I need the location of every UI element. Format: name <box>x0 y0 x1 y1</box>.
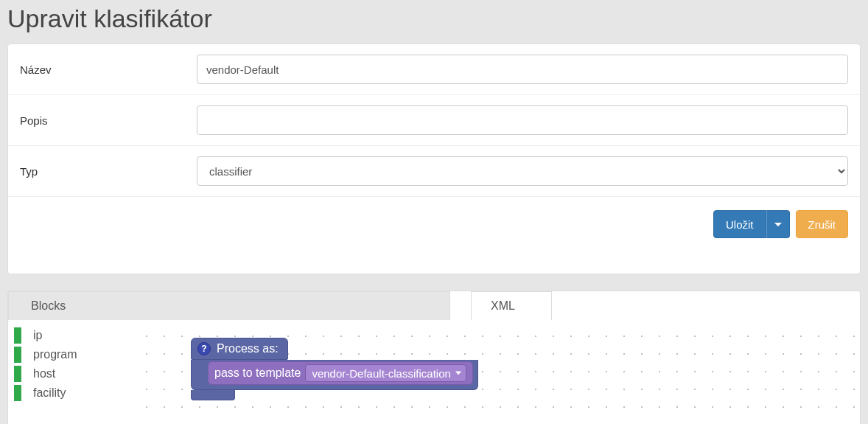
block-category-ip[interactable]: ip <box>14 326 133 345</box>
cancel-button[interactable]: Zrušit <box>796 210 849 238</box>
save-dropdown-toggle[interactable] <box>766 210 790 238</box>
type-label: Typ <box>20 165 197 178</box>
category-color-icon <box>14 347 21 363</box>
save-button[interactable]: Uložit <box>713 210 766 238</box>
tab-blocks[interactable]: Blocks <box>8 291 450 320</box>
help-icon[interactable]: ? <box>197 342 211 355</box>
form-panel: Název Popis Typ classifier Uložit <box>7 44 861 274</box>
page-title: Upravit klasifikátor <box>7 4 861 33</box>
category-color-icon <box>14 366 21 382</box>
category-color-icon <box>14 327 21 344</box>
tab-xml[interactable]: XML <box>471 291 552 320</box>
name-input[interactable] <box>197 55 848 84</box>
pass-to-template-block[interactable]: pass to template vendor-Default-classifi… <box>208 361 473 385</box>
tabbar: Blocks XML <box>8 291 860 320</box>
blocks-area: ip program host facility ? Process as: p… <box>8 323 860 424</box>
process-block-head: ? Process as: <box>191 338 288 360</box>
button-row: Uložit Zrušit <box>8 197 860 274</box>
process-block-body: pass to template vendor-Default-classifi… <box>191 360 478 390</box>
form-row-type: Typ classifier <box>8 146 860 197</box>
process-block[interactable]: ? Process as: pass to template vendor-De… <box>191 338 478 400</box>
block-category-program[interactable]: program <box>14 345 133 364</box>
editor-panel: Blocks XML ip program host facility ? Pr… <box>7 291 861 424</box>
name-label: Název <box>20 63 197 76</box>
block-category-host[interactable]: host <box>14 364 133 383</box>
save-button-group: Uložit <box>713 210 790 238</box>
desc-input[interactable] <box>197 105 848 135</box>
pass-to-template-label: pass to template <box>214 366 301 380</box>
blockly-workspace[interactable]: ? Process as: pass to template vendor-De… <box>133 323 860 424</box>
category-color-icon <box>14 385 21 401</box>
form-row-name: Název <box>8 44 860 95</box>
block-category-label: facility <box>33 386 66 400</box>
desc-label: Popis <box>20 114 197 127</box>
process-block-title: Process as: <box>217 342 279 355</box>
type-select[interactable]: classifier <box>197 156 848 186</box>
template-dropdown[interactable]: vendor-Default-classification <box>305 364 466 382</box>
block-category-label: ip <box>33 329 42 342</box>
block-category-facility[interactable]: facility <box>14 383 133 403</box>
form-row-desc: Popis <box>8 95 860 146</box>
caret-down-icon <box>774 223 782 226</box>
process-block-connector <box>191 390 235 400</box>
blocks-sidebar: ip program host facility <box>8 323 133 424</box>
block-category-label: host <box>33 367 55 380</box>
block-category-label: program <box>33 348 77 361</box>
